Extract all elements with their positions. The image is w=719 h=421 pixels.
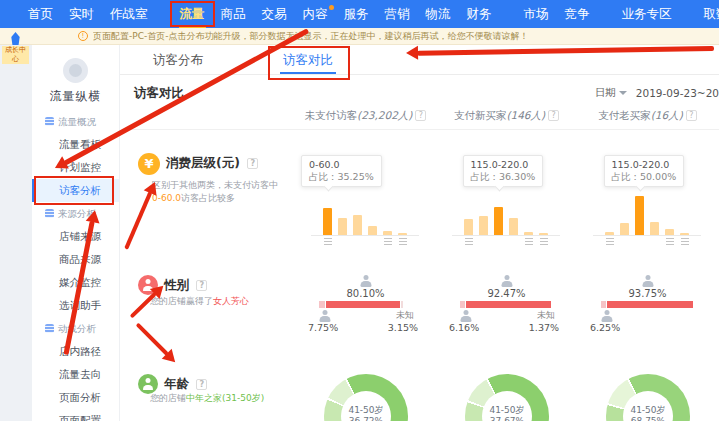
sidebar-label: 商品来源 — [59, 253, 101, 265]
tab-0[interactable]: 访客分布 — [150, 45, 206, 74]
help-icon[interactable]: ? — [415, 110, 426, 121]
tab-1[interactable]: 访客对比 — [280, 45, 336, 74]
bar — [338, 218, 347, 235]
nav-item-1[interactable]: 实时 — [67, 0, 96, 28]
nav-item-label: 财务 — [467, 6, 492, 21]
tooltip-ratio: 占比：50.00% — [612, 171, 677, 183]
sidebar-item-7[interactable]: 媒介监控 — [32, 271, 119, 294]
sidebar-section-0: 流量概况 — [32, 110, 119, 133]
nav-item-18[interactable]: 取数 — [702, 0, 719, 28]
sidebar-label: 流量概况 — [58, 110, 96, 133]
male-segment — [319, 301, 326, 308]
date-label: 日期 — [595, 86, 627, 100]
help-icon[interactable]: ? — [686, 110, 697, 121]
person-icon — [460, 310, 472, 322]
age-desc: 您的店铺中年之家(31-50岁) — [150, 392, 290, 405]
female-percent: 93.75% — [577, 288, 718, 299]
tooltip-ratio: 占比：35.25% — [309, 171, 374, 183]
rocket-icon — [10, 32, 21, 45]
person-icon — [142, 378, 154, 390]
sidebar-label: 流量去向 — [59, 368, 101, 380]
warning-icon: ! — [78, 31, 88, 41]
help-icon[interactable]: ? — [196, 280, 207, 291]
sidebar-item-1[interactable]: 流量看板 — [32, 133, 119, 156]
axis-tick-label — [399, 238, 407, 245]
axis-tick-label — [465, 238, 473, 245]
nav-item-13[interactable]: 市场 — [522, 0, 551, 28]
age-col-1: 41-50岁37.67% — [436, 370, 577, 421]
sidebar-item-10[interactable]: 店内路径 — [32, 340, 119, 363]
unknown-label: 未知 — [396, 309, 414, 322]
nav-item-8[interactable]: 服务 — [342, 0, 371, 28]
nav-item-6[interactable]: 交易 — [260, 0, 289, 28]
female-percent: 92.47% — [436, 288, 577, 299]
column-count: (16人) — [651, 109, 683, 121]
help-icon[interactable]: ? — [247, 158, 258, 169]
sidebar-menu: 流量概况流量看板计划监控访客分析来源分析店铺来源商品来源媒介监控选词助手动线分析… — [32, 110, 119, 421]
sidebar-label: 页面配置 — [59, 414, 101, 421]
unknown-percent: 3.15% — [388, 322, 418, 333]
column-count: (23,202人) — [357, 109, 412, 121]
person-icon — [319, 310, 331, 322]
nav-item-2[interactable]: 作战室 — [108, 0, 150, 28]
desc-highlight: 女人芳心 — [213, 296, 249, 306]
nav-item-label: 商品 — [221, 6, 246, 21]
yen-icon: ¥ — [138, 153, 160, 175]
date-range-value[interactable]: 2019-09-23~20 — [636, 87, 719, 99]
sidebar-label: 动线分析 — [58, 317, 96, 340]
nav-item-11[interactable]: 财务 — [465, 0, 494, 28]
sidebar: 流量纵横 流量概况流量看板计划监控访客分析来源分析店铺来源商品来源媒介监控选词助… — [32, 45, 120, 421]
sidebar-item-13[interactable]: 页面配置 — [32, 409, 119, 421]
sidebar-item-2[interactable]: 计划监控 — [32, 156, 119, 179]
age-donut-chart: 41-50岁37.67% — [465, 374, 549, 421]
nav-item-4[interactable]: 流量 — [178, 0, 207, 28]
sidebar-item-8[interactable]: 选词助手 — [32, 294, 119, 317]
donut-center: 41-50岁36.72% — [341, 391, 391, 421]
chevron-down-icon — [619, 91, 627, 95]
sidebar-item-6[interactable]: 商品来源 — [32, 248, 119, 271]
nav-item-label: 交易 — [262, 6, 287, 21]
nav-item-0[interactable]: 首页 — [26, 0, 55, 28]
sidebar-item-11[interactable]: 流量去向 — [32, 363, 119, 386]
module-logo-icon — [63, 58, 88, 83]
sidebar-item-12[interactable]: 页面分析 — [32, 386, 119, 409]
consume-col-1: 115.0-220.0占比：36.30% — [436, 137, 577, 263]
male-percent: 6.16% — [449, 322, 479, 333]
sidebar-item-5[interactable]: 店铺来源 — [32, 225, 119, 248]
nav-item-5[interactable]: 商品 — [219, 0, 248, 28]
sidebar-item-3[interactable]: 访客分析 — [32, 179, 119, 202]
help-icon[interactable]: ? — [196, 379, 207, 390]
sidebar-label: 页面分析 — [59, 391, 101, 403]
folder-icon — [45, 324, 54, 333]
nav-item-7[interactable]: 内容 — [301, 0, 330, 28]
left-gutter — [0, 45, 32, 421]
bar-chart — [605, 195, 689, 235]
axis-tick-label — [666, 238, 674, 245]
date-filter[interactable]: 日期 2019-09-23~20 — [595, 86, 719, 100]
nav-item-label: 作战室 — [110, 6, 148, 21]
gender-col-1: 92.47%6.16%未知1.37% — [436, 263, 577, 367]
row-age: 年龄 ? 您的店铺中年之家(31-50岁) 41-50岁36.72%41-50岁… — [120, 370, 719, 421]
column-header-0: 未支付访客(23,202人)? — [295, 109, 436, 123]
tooltip-caret — [323, 182, 333, 192]
growth-center-widget[interactable]: 成长中心 — [2, 32, 29, 64]
nav-item-label: 流量 — [180, 6, 205, 21]
column-name: 未支付访客 — [305, 109, 358, 121]
nav-item-14[interactable]: 竞争 — [563, 0, 592, 28]
nav-item-label: 市场 — [524, 6, 549, 21]
age-title: 年龄 ? — [164, 376, 207, 393]
column-headers: 未支付访客(23,202人)?支付新买家(146人)?支付老买家(16人)? — [295, 109, 718, 123]
age-donut-chart: 41-50岁68.75% — [606, 374, 690, 421]
nav-item-9[interactable]: 营销 — [383, 0, 412, 28]
sidebar-label: 选词助手 — [59, 299, 101, 311]
gender-label-block: 性别 ? 您的店铺赢得了女人芳心 — [120, 263, 295, 367]
top-nav: 首页实时作战室流量商品交易内容服务营销物流财务市场竞争业务专区取数学院 — [0, 0, 719, 28]
desc-highlight: 中年之家(31-50岁) — [186, 393, 264, 403]
gender-col-0: 80.10%7.75%未知3.15% — [295, 263, 436, 367]
age-title-text: 年龄 — [164, 376, 189, 391]
consume-level-label-block: ¥ 消费层级(元) ? 区别于其他两类，未支付访客中0-60.0访客占比较多 — [120, 137, 295, 263]
bar — [464, 219, 473, 235]
help-icon[interactable]: ? — [548, 110, 559, 121]
nav-item-10[interactable]: 物流 — [424, 0, 453, 28]
nav-item-16[interactable]: 业务专区 — [620, 0, 674, 28]
